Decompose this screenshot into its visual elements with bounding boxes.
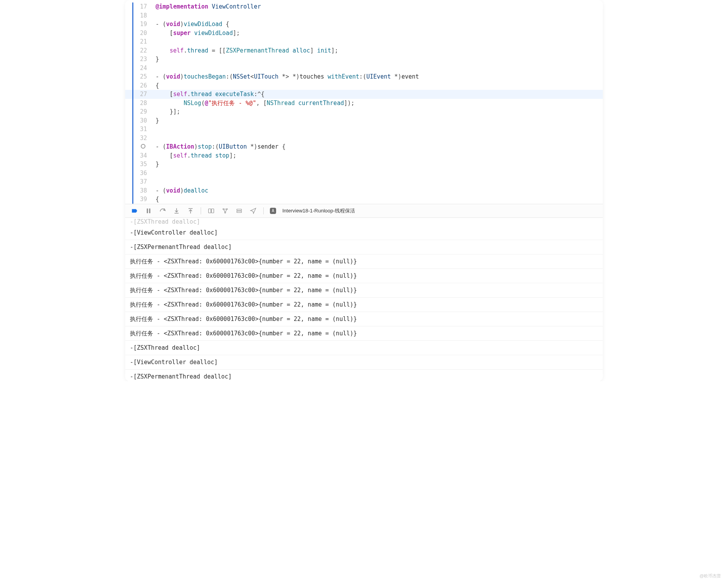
code-line[interactable]: 39{: [125, 195, 603, 204]
xcode-window: 17@implementation ViewController1819- (v…: [125, 0, 603, 381]
code-content[interactable]: - (IBAction)stop:(UIButton *)sender {: [152, 142, 603, 151]
line-number[interactable]: 28: [125, 99, 152, 108]
memory-graph-icon[interactable]: [221, 207, 229, 215]
line-number[interactable]: 18: [125, 11, 152, 20]
console-line: 执行任务 - <ZSXThread: 0x600001763c00>{numbe…: [125, 298, 603, 312]
step-over-icon[interactable]: [159, 207, 166, 215]
console-line-clipped: -[ZSXThread dealloc]: [125, 218, 603, 226]
breakpoint-toggle-icon[interactable]: [131, 207, 138, 215]
code-line[interactable]: 32: [125, 134, 603, 143]
line-number[interactable]: 32: [125, 134, 152, 143]
toolbar-divider: [263, 207, 264, 214]
svg-point-8: [225, 212, 226, 213]
debug-toolbar: A Interview18-1-Runloop-线程保活: [125, 204, 603, 218]
svg-rect-1: [149, 209, 150, 213]
line-number[interactable]: 26: [125, 81, 152, 90]
line-number[interactable]: 23: [125, 55, 152, 64]
code-line[interactable]: 29 }];: [125, 107, 603, 116]
code-content[interactable]: [self.thread executeTask:^{: [152, 90, 603, 99]
code-line[interactable]: 24: [125, 64, 603, 73]
code-content[interactable]: NSLog(@"执行任务 - %@", [NSThread currentThr…: [152, 99, 603, 108]
line-number[interactable]: 36: [125, 169, 152, 178]
code-line[interactable]: 23}: [125, 55, 603, 64]
line-number[interactable]: 38: [125, 186, 152, 195]
line-number[interactable]: 31: [125, 125, 152, 134]
line-number[interactable]: 25: [125, 72, 152, 81]
line-number[interactable]: 29: [125, 107, 152, 116]
line-number[interactable]: 19: [125, 20, 152, 29]
app-icon: A: [270, 208, 276, 214]
line-number[interactable]: 24: [125, 64, 152, 73]
line-number[interactable]: 27: [125, 90, 152, 99]
code-content[interactable]: - (void)touchesBegan:(NSSet<UITouch *> *…: [152, 72, 603, 81]
code-content[interactable]: {: [152, 81, 603, 90]
console-line: -[ZSXThread dealloc]: [125, 341, 603, 355]
toolbar-divider: [201, 207, 201, 214]
code-line[interactable]: 31: [125, 125, 603, 134]
svg-rect-10: [237, 211, 242, 212]
code-content[interactable]: }: [152, 160, 603, 169]
console-line: -[ZSXPermenantThread dealloc]: [125, 370, 603, 382]
code-content[interactable]: [152, 37, 603, 46]
line-number[interactable]: 22: [125, 46, 152, 55]
console-line: 执行任务 - <ZSXThread: 0x600001763c00>{numbe…: [125, 283, 603, 298]
code-line[interactable]: 21: [125, 37, 603, 46]
console-line: -[ViewController dealloc]: [125, 226, 603, 240]
code-content[interactable]: {: [152, 195, 603, 204]
code-content[interactable]: }: [152, 116, 603, 125]
console-output[interactable]: -[ZSXThread dealloc] -[ViewController de…: [125, 218, 603, 382]
process-title: Interview18-1-Runloop-线程保活: [282, 207, 355, 214]
breakpoint-indicator[interactable]: [141, 144, 145, 149]
code-content[interactable]: [self.thread stop];: [152, 151, 603, 160]
code-line[interactable]: 38- (void)dealloc: [125, 186, 603, 195]
console-line: -[ZSXPermenantThread dealloc]: [125, 240, 603, 254]
code-line[interactable]: 20 [super viewDidLoad];: [125, 29, 603, 38]
line-number[interactable]: 35: [125, 160, 152, 169]
step-out-icon[interactable]: [187, 207, 194, 215]
code-content[interactable]: - (void)dealloc: [152, 186, 603, 195]
code-line[interactable]: 26{: [125, 81, 603, 90]
code-line[interactable]: 34 [self.thread stop];: [125, 151, 603, 160]
code-line[interactable]: 36: [125, 169, 603, 178]
line-number[interactable]: 21: [125, 37, 152, 46]
code-line[interactable]: 18: [125, 11, 603, 20]
svg-rect-4: [208, 209, 211, 213]
console-line: 执行任务 - <ZSXThread: 0x600001763c00>{numbe…: [125, 312, 603, 326]
code-line[interactable]: 30}: [125, 116, 603, 125]
svg-rect-2: [175, 213, 179, 214]
line-number[interactable]: 34: [125, 151, 152, 160]
svg-rect-9: [237, 209, 242, 210]
step-into-icon[interactable]: [173, 207, 180, 215]
code-line[interactable]: 17@implementation ViewController: [125, 2, 603, 11]
code-line[interactable]: 35}: [125, 160, 603, 169]
code-line[interactable]: - (IBAction)stop:(UIButton *)sender {: [125, 142, 603, 151]
code-line[interactable]: 28 NSLog(@"执行任务 - %@", [NSThread current…: [125, 99, 603, 108]
console-line: -[ViewController dealloc]: [125, 355, 603, 370]
code-content[interactable]: }: [152, 55, 603, 64]
code-content[interactable]: - (void)viewDidLoad {: [152, 20, 603, 29]
pause-icon[interactable]: [145, 207, 152, 215]
line-number[interactable]: 30: [125, 116, 152, 125]
console-line: 执行任务 - <ZSXThread: 0x600001763c00>{numbe…: [125, 254, 603, 269]
code-line[interactable]: 27 [self.thread executeTask:^{: [125, 90, 603, 99]
svg-rect-0: [147, 209, 148, 213]
code-line[interactable]: 19- (void)viewDidLoad {: [125, 20, 603, 29]
debug-view-icon[interactable]: [207, 207, 215, 215]
environment-overrides-icon[interactable]: [235, 207, 243, 215]
code-editor[interactable]: 17@implementation ViewController1819- (v…: [125, 0, 603, 204]
line-number[interactable]: 20: [125, 29, 152, 38]
code-line[interactable]: 25- (void)touchesBegan:(NSSet<UITouch *>…: [125, 72, 603, 81]
svg-rect-3: [189, 208, 193, 209]
code-content[interactable]: self.thread = [[ZSXPermenantThread alloc…: [152, 46, 603, 55]
console-line: 执行任务 - <ZSXThread: 0x600001763c00>{numbe…: [125, 269, 603, 283]
code-line[interactable]: 22 self.thread = [[ZSXPermenantThread al…: [125, 46, 603, 55]
line-number[interactable]: 37: [125, 177, 152, 186]
code-content[interactable]: }];: [152, 107, 603, 116]
code-content[interactable]: [super viewDidLoad];: [152, 29, 603, 38]
code-content[interactable]: @implementation ViewController: [152, 2, 603, 11]
line-number[interactable]: 17: [125, 2, 152, 11]
console-line: 执行任务 - <ZSXThread: 0x600001763c00>{numbe…: [125, 326, 603, 341]
location-icon[interactable]: [249, 207, 257, 215]
line-number[interactable]: 39: [125, 195, 152, 204]
code-line[interactable]: 37: [125, 177, 603, 186]
